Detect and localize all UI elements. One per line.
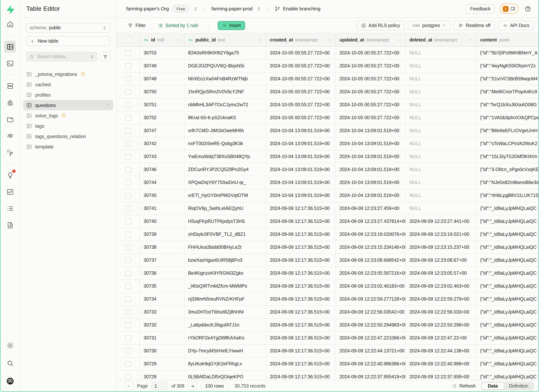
cell-updated_at[interactable]: 2024-10-04 13:09:01.519+00 bbox=[336, 189, 406, 202]
rail-item-table-editor-icon[interactable] bbox=[4, 41, 16, 53]
row-checkbox[interactable] bbox=[125, 374, 131, 380]
cell-created_at[interactable]: 2024-10-04 13:09:01.519+00 bbox=[266, 163, 336, 176]
row-checkbox[interactable] bbox=[125, 309, 131, 315]
sidebar-table-tags_questions_relation[interactable]: tags_questions_relation bbox=[23, 131, 113, 141]
column-menu-icon[interactable] bbox=[327, 38, 332, 42]
cell-id[interactable]: 30747 bbox=[140, 124, 184, 137]
rail-item-api-docs-icon[interactable] bbox=[4, 219, 16, 231]
cell-content[interactable]: {"id":"rtHbLpgB8V11LUK7152 bbox=[476, 189, 539, 202]
row-checkbox[interactable] bbox=[125, 102, 131, 108]
cell-content[interactable]: {"id":"_Id9aLyJpMHQLaiQC bbox=[476, 345, 539, 357]
row-checkbox[interactable] bbox=[125, 141, 131, 146]
sidebar-table-profiles[interactable]: profiles bbox=[23, 90, 113, 100]
cell-id[interactable]: 30749 bbox=[140, 60, 184, 72]
cell-content[interactable]: {"id":"fvrQ1bXoJ6XaAD08G bbox=[476, 98, 539, 111]
column-header-deleted_at[interactable]: deleted_attimestamptz bbox=[406, 33, 476, 46]
cell-deleted_at[interactable]: NULL bbox=[406, 124, 476, 137]
row-checkbox[interactable] bbox=[125, 180, 131, 185]
cell-id[interactable]: 30748 bbox=[140, 72, 184, 85]
cell-content[interactable]: {"id":"_Id9aLyJpMHQLaiQC bbox=[476, 228, 539, 241]
cell-created_at[interactable]: 2024-09-09 12:17:36.515+00 bbox=[266, 358, 336, 370]
cell-id[interactable]: 30729 bbox=[140, 358, 184, 370]
select-all-checkbox[interactable] bbox=[125, 37, 131, 43]
cell-updated_at[interactable]: 2024-10-05 00:55:27.722+00 bbox=[336, 47, 406, 59]
cell-public_id[interactable]: nbMhHL3AP7OcCJymc2wT2 bbox=[184, 98, 266, 111]
cell-updated_at[interactable]: 2024-10-04 13:09:01.519+00 bbox=[336, 163, 406, 176]
cell-deleted_at[interactable]: NULL bbox=[406, 176, 476, 189]
row-checkbox[interactable] bbox=[125, 219, 131, 224]
cell-content[interactable]: {"id":"MeWCriorTPopA4Kc9 bbox=[476, 86, 539, 98]
cell-id[interactable]: 30730 bbox=[140, 345, 184, 357]
cell-deleted_at[interactable]: NULL bbox=[406, 72, 476, 85]
rail-item-advisors-icon[interactable] bbox=[4, 169, 16, 181]
cell-public_id[interactable]: DYp-7mcyMSIrHefLYIwwH bbox=[184, 345, 266, 357]
cell-deleted_at[interactable]: 2024-09-09 12:22:59.279+00 bbox=[406, 293, 476, 305]
cell-created_at[interactable]: 2024-10-04 13:09:01.519+00 bbox=[266, 124, 336, 137]
cell-id[interactable]: 30744 bbox=[140, 176, 184, 189]
cell-updated_at[interactable]: 2024-09-09 12:22:47.221066+00 bbox=[336, 332, 406, 344]
row-checkbox[interactable] bbox=[125, 296, 131, 302]
filter-button[interactable]: Filter bbox=[128, 23, 146, 28]
org-selector-icon[interactable] bbox=[193, 6, 198, 11]
cell-public_id[interactable]: XPQwDIqY6Y75SwDnU-qr_ bbox=[184, 176, 266, 189]
cell-deleted_at[interactable]: NULL bbox=[406, 137, 476, 150]
cell-content[interactable]: {"id":"_Id9aLyJpMHQLaiQC bbox=[476, 202, 539, 215]
cell-updated_at[interactable]: 2024-09-09 12:22:56.03542+00 bbox=[336, 306, 406, 318]
cell-public_id[interactable]: _l40sQIRTmMZfcm-MWMPs bbox=[184, 280, 266, 292]
cell-deleted_at[interactable]: NULL bbox=[406, 189, 476, 202]
cell-content[interactable]: {"id":"_Id9aLyJpMHQLaiQC bbox=[476, 306, 539, 318]
rail-item-edge-functions-icon[interactable] bbox=[4, 130, 16, 142]
cell-id[interactable]: 30735 bbox=[140, 280, 184, 292]
cell-public_id[interactable]: H5uqFKpRUTPkjxdysT3HS bbox=[184, 215, 266, 228]
cell-id[interactable]: 30738 bbox=[140, 241, 184, 253]
cell-deleted_at[interactable]: NULL bbox=[406, 150, 476, 163]
cell-content[interactable]: {"id":"sTsWaLCPsVA2WuK2 bbox=[476, 137, 539, 150]
breadcrumb-org[interactable]: farming-paper's Org bbox=[126, 6, 169, 11]
cell-public_id[interactable]: 8yUKotr9qGYjK2eFRhgLv bbox=[184, 358, 266, 370]
cell-deleted_at[interactable]: 2024-09-09 12:23:08.67+00 bbox=[406, 254, 476, 267]
cell-updated_at[interactable]: 2024-09-09 12:23:27.437814+00 bbox=[336, 215, 406, 228]
sidebar-table-_prisma_migrations[interactable]: _prisma_migrations bbox=[23, 69, 113, 79]
cell-public_id[interactable]: RiqOV6p_5wihLeIAEQyhU bbox=[184, 202, 266, 215]
cell-content[interactable]: {"id":"_Id9aLyJpMHQLaiQC bbox=[476, 280, 539, 292]
row-checkbox[interactable] bbox=[125, 167, 131, 172]
column-header-public_id[interactable]: public_idtext bbox=[184, 33, 266, 46]
cell-deleted_at[interactable]: NULL bbox=[406, 98, 476, 111]
row-checkbox[interactable] bbox=[125, 322, 131, 328]
cell-created_at[interactable]: 2024-10-04 13:09:01.519+00 bbox=[266, 189, 336, 202]
cell-created_at[interactable]: 2024-09-09 12:17:36.515+00 bbox=[266, 228, 336, 241]
column-menu-icon[interactable] bbox=[258, 38, 262, 42]
cell-content[interactable]: {"id":"_Id9aLyJpMHQLaiQC bbox=[476, 332, 539, 344]
cell-updated_at[interactable]: 2024-09-09 12:23:15.234146+00 bbox=[336, 241, 406, 253]
row-checkbox[interactable] bbox=[125, 348, 131, 354]
insert-button[interactable]: Insert bbox=[218, 21, 245, 30]
cell-id[interactable]: 30739 bbox=[140, 228, 184, 241]
row-checkbox[interactable] bbox=[125, 128, 131, 134]
cell-id[interactable]: 30743 bbox=[140, 150, 184, 163]
row-checkbox[interactable] bbox=[125, 270, 131, 276]
feedback-button[interactable]: Feedback bbox=[466, 4, 495, 14]
cell-content[interactable]: {"id":"_Id9aLyJpMHQLaiQC bbox=[476, 215, 539, 228]
rail-item-logs-icon[interactable] bbox=[4, 202, 16, 214]
sidebar-table-cached[interactable]: cached bbox=[23, 79, 113, 90]
rail-item-storage-icon[interactable] bbox=[4, 113, 16, 125]
cell-created_at[interactable]: 2024-10-05 00:55:27.722+00 bbox=[266, 60, 336, 72]
row-checkbox[interactable] bbox=[125, 193, 131, 198]
row-checkbox[interactable] bbox=[125, 63, 131, 69]
sidebar-table-solve_logs[interactable]: solve_logs bbox=[23, 110, 113, 121]
cell-created_at[interactable]: 2024-09-09 12:17:36.515+00 bbox=[266, 215, 336, 228]
project-selector-icon[interactable] bbox=[256, 6, 262, 11]
cell-deleted_at[interactable]: 2024-09-09 12:22:37.958+00 bbox=[406, 371, 476, 380]
column-header-created_at[interactable]: created_attimestamptz bbox=[266, 33, 336, 46]
cell-content[interactable]: {"id":"S1vrVC5BrB59wqcM4 bbox=[476, 72, 539, 85]
cell-updated_at[interactable]: 2024-10-04 13:09:01.519+00 bbox=[336, 176, 406, 189]
row-checkbox[interactable] bbox=[125, 244, 131, 250]
column-header-id[interactable]: idint8 bbox=[140, 33, 184, 46]
role-select[interactable]: role postgres bbox=[408, 20, 451, 30]
cell-public_id[interactable]: DGEJfJZPQUV9Q-IBqsNSi bbox=[184, 60, 266, 72]
cell-content[interactable]: {"id":"4wyNgK55lOfrpmYZc bbox=[476, 60, 539, 72]
cell-public_id[interactable]: zHDq4c0F0VBF_TL2_dBZ1 bbox=[184, 228, 266, 241]
cell-created_at[interactable]: 2024-10-05 00:55:27.722+00 bbox=[266, 86, 336, 98]
cell-updated_at[interactable]: 2024-09-09 12:23:19.020076+00 bbox=[336, 228, 406, 241]
cell-id[interactable]: 30746 bbox=[140, 163, 184, 176]
